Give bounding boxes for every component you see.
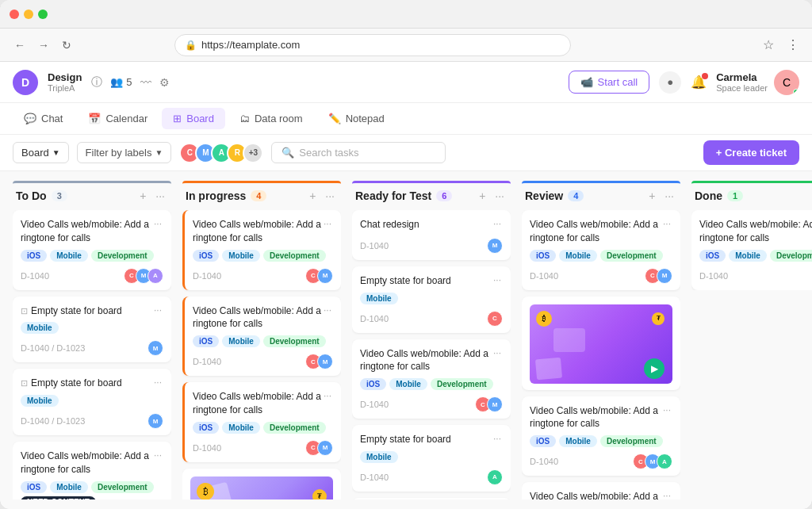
record-button[interactable]: ●: [659, 71, 681, 94]
chevron-down-icon: ▼: [52, 148, 60, 157]
card-menu-button[interactable]: ···: [322, 390, 333, 401]
card-done-1[interactable]: Video Calls web/mobile: Add a ringtone f…: [691, 210, 812, 290]
card-menu-button[interactable]: ···: [661, 490, 672, 499]
forward-button[interactable]: →: [33, 36, 54, 55]
card-rv-3[interactable]: Video Calls web/mobile: Add a ringtone f…: [522, 396, 680, 476]
card-rft-2[interactable]: Empty state for board ··· Mobile D-1040 …: [352, 266, 511, 333]
card-id: D-1040: [360, 241, 389, 251]
card-menu-button[interactable]: ···: [492, 274, 503, 285]
card-menu-button[interactable]: ···: [152, 304, 163, 316]
card-title: Video Calls web/mobile: Add a ringtone f…: [699, 218, 812, 245]
help-icon[interactable]: ⓘ: [91, 75, 102, 90]
card-menu-button[interactable]: ···: [322, 218, 333, 229]
notifications-button[interactable]: 🔔: [691, 75, 707, 90]
card-id: D-1040: [360, 314, 389, 323]
card-tags: iOS Mobile Development: [530, 435, 672, 447]
card-tags: Mobile: [21, 395, 163, 407]
column-done-title: Done: [695, 189, 722, 202]
card-todo-2[interactable]: ⊡Empty state for board ··· Mobile D-1040…: [13, 297, 171, 363]
reload-button[interactable]: ↻: [57, 36, 76, 55]
user-avatar: C: [774, 70, 799, 95]
card-ip-image[interactable]: ₿ ▶ ₮: [182, 469, 341, 499]
column-readyfortest-header: Ready for Test 6 + ···: [352, 181, 511, 210]
card-ip-2[interactable]: Video Calls web/mobile: Add a ringtone f…: [182, 297, 341, 377]
online-indicator: [793, 89, 799, 95]
start-call-button[interactable]: 📹 Start call: [569, 71, 650, 94]
chat-icon: 💬: [24, 113, 36, 124]
card-ip-1[interactable]: Video Calls web/mobile: Add a ringtone f…: [182, 210, 341, 290]
add-card-button-review[interactable]: +: [645, 188, 658, 204]
card-avatars: M: [487, 238, 503, 254]
card-title: Chat redesign: [360, 218, 492, 232]
card-menu-button[interactable]: ···: [322, 304, 333, 316]
card-menu-button[interactable]: ···: [492, 218, 503, 229]
column-done-count: 1: [727, 190, 743, 201]
nav-board[interactable]: ⊞ Board: [162, 108, 225, 129]
card-menu-button[interactable]: ···: [152, 218, 163, 229]
card-menu-button[interactable]: ···: [661, 404, 672, 415]
column-readyfortest-count: 6: [436, 190, 452, 201]
card-menu-button[interactable]: ···: [661, 218, 672, 229]
activity-icon[interactable]: 〰: [140, 76, 151, 89]
card-todo-4[interactable]: Video Calls web/mobile: Add a ringtone f…: [13, 442, 171, 499]
column-menu-todo[interactable]: ···: [152, 188, 168, 204]
column-menu-readyfortest[interactable]: ···: [492, 188, 508, 204]
board-select[interactable]: Board ▼: [13, 142, 69, 163]
minimize-button[interactable]: [24, 10, 33, 19]
card-id: D-1040: [193, 271, 221, 281]
card-todo-3[interactable]: ⊡Empty state for board ··· Mobile D-1040…: [13, 369, 171, 435]
column-menu-review[interactable]: ···: [661, 188, 677, 204]
card-rv-1[interactable]: Video Calls web/mobile: Add a ringtone f…: [522, 210, 680, 290]
add-card-button-todo[interactable]: +: [136, 188, 149, 204]
filter-button[interactable]: Filter by labels ▼: [77, 142, 172, 163]
card-todo-1[interactable]: Video Calls web/mobile: Add a ringtone f…: [13, 210, 171, 290]
card-avatars: C M A: [633, 454, 672, 469]
nav-dataroom[interactable]: 🗂 Data room: [228, 108, 314, 129]
column-menu-inprogress[interactable]: ···: [322, 188, 338, 204]
card-avatar: C: [487, 311, 503, 327]
nav-chat[interactable]: 💬 Chat: [13, 108, 74, 129]
tag-mobile: Mobile: [222, 250, 260, 262]
card-ip-3[interactable]: Video Calls web/mobile: Add a ringtone f…: [182, 382, 341, 462]
settings-icon[interactable]: ⚙: [159, 76, 170, 89]
search-box[interactable]: 🔍 Search tasks: [271, 142, 446, 163]
card-rft-1[interactable]: Chat redesign ··· D-1040 M: [352, 210, 511, 260]
card-menu-button[interactable]: ···: [152, 450, 163, 461]
card-title: Video Calls web/mobile: Add a ringtone f…: [193, 390, 322, 417]
card-menu-button[interactable]: ···: [152, 377, 163, 388]
maximize-button[interactable]: [38, 10, 48, 19]
star-button[interactable]: ☆: [760, 36, 777, 54]
card-rv-image[interactable]: ₿ ₮ ▶: [522, 297, 680, 390]
card-id: D-1040: [360, 473, 389, 482]
column-done: Done 1 + ··· Video Calls web/mobile: Add…: [691, 181, 812, 499]
more-button[interactable]: ⋮: [783, 36, 802, 54]
browser-actions: ☆ ⋮: [760, 36, 802, 54]
card-rv-4[interactable]: Video Calls web/mobile: Add a ringtone f…: [522, 482, 680, 499]
url-bar[interactable]: 🔒 https://teamplate.com: [174, 34, 571, 56]
card-avatars: M: [147, 340, 163, 356]
add-card-button-inprogress[interactable]: +: [306, 188, 319, 204]
card-rft-3[interactable]: Video Calls web/mobile: Add a ringtone f…: [352, 339, 511, 419]
card-rft-5[interactable]: Video Calls web/mobile: Add a ringtone f…: [352, 498, 511, 499]
card-rft-4[interactable]: Empty state for board ··· Mobile D-1040 …: [352, 425, 511, 492]
card-menu-button[interactable]: ···: [492, 433, 503, 444]
nav-calendar[interactable]: 📅 Calendar: [77, 108, 159, 129]
card-title: Empty state for board: [360, 274, 492, 288]
card-title: Empty state for board: [360, 433, 492, 446]
card-title: Video Calls web/mobile: Add a ringtone f…: [21, 218, 152, 245]
card-avatars: A: [487, 469, 503, 485]
add-card-button-readyfortest[interactable]: +: [476, 188, 488, 204]
coin-icon-rv: ₮: [652, 312, 665, 325]
back-button[interactable]: ←: [10, 36, 30, 55]
nav-notepad[interactable]: ✏️ Notepad: [317, 108, 396, 129]
close-button[interactable]: [10, 10, 19, 19]
card-avatar: M: [317, 354, 333, 369]
create-ticket-button[interactable]: + Create ticket: [703, 140, 799, 165]
card-tags: iOS Mobile Development NEED CONTENT: [21, 481, 163, 499]
card-title: Video Calls web/mobile: Add a ringtone f…: [530, 404, 661, 431]
card-avatars: C M: [305, 440, 333, 456]
url-text: https://teamplate.com: [201, 39, 300, 51]
readyfortest-cards: Chat redesign ··· D-1040 M Empty state f…: [352, 210, 511, 499]
card-menu-button[interactable]: ···: [492, 347, 503, 358]
card-footer: D-1040 A: [360, 469, 503, 485]
